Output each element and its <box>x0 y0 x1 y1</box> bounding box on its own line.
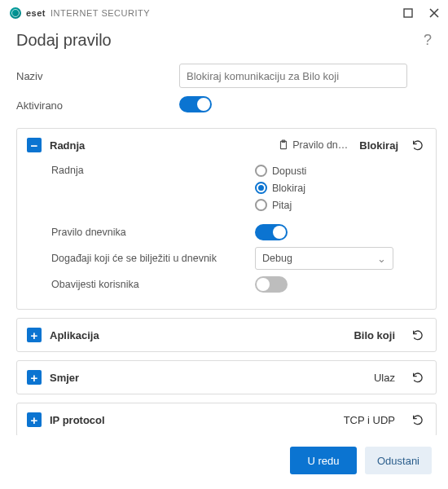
maximize-button[interactable] <box>401 6 415 20</box>
section-direction-title: Smjer <box>50 372 79 384</box>
section-application: + Aplikacija Bilo koji <box>16 318 437 352</box>
section-protocol-value: TCP i UDP <box>344 414 395 426</box>
row-enabled: Aktivirano <box>16 90 437 120</box>
close-button[interactable] <box>427 6 441 20</box>
brand: eset INTERNET SECURITY <box>10 7 150 19</box>
section-action-reset[interactable] <box>410 137 426 153</box>
help-icon[interactable]: ? <box>424 32 432 49</box>
section-action-head[interactable]: − Radnja Pravilo dn… Blokiraj <box>17 129 436 161</box>
section-application-value: Bilo koji <box>354 329 395 341</box>
section-protocol-head[interactable]: + IP protocol TCP i UDP <box>17 403 436 435</box>
section-application-head[interactable]: + Aplikacija Bilo koji <box>17 319 436 351</box>
section-direction: + Smjer Ulaz <box>16 360 437 394</box>
chevron-down-icon: ⌄ <box>377 253 386 265</box>
name-input[interactable] <box>179 64 407 88</box>
radio-allow[interactable]: Dopusti <box>255 165 306 177</box>
footer: U redu Odustani <box>0 435 448 489</box>
section-protocol: + IP protocol TCP i UDP <box>16 403 437 435</box>
ok-button-label: U redu <box>307 455 339 467</box>
radio-block[interactable]: Blokiraj <box>255 182 306 194</box>
log-rule-summary: Pravilo dn… <box>278 139 348 151</box>
log-rule-summary-label: Pravilo dn… <box>292 139 348 151</box>
name-label: Naziv <box>16 70 179 82</box>
notify-toggle[interactable] <box>255 276 288 293</box>
brand-eset: eset <box>26 8 46 18</box>
section-direction-head[interactable]: + Smjer Ulaz <box>17 361 436 394</box>
section-protocol-title: IP protocol <box>50 414 105 426</box>
radio-allow-label: Dopusti <box>272 165 306 177</box>
action-field-label: Radnja <box>51 165 255 176</box>
logrule-toggle[interactable] <box>255 224 288 240</box>
section-application-reset[interactable] <box>410 327 426 343</box>
section-direction-reset[interactable] <box>410 369 426 385</box>
window: eset INTERNET SECURITY Dodaj pravilo ? N… <box>0 0 448 489</box>
cancel-button[interactable]: Odustani <box>365 447 432 474</box>
ok-button[interactable]: U redu <box>290 447 357 474</box>
page-header: Dodaj pravilo ? <box>0 26 448 61</box>
row-name: Naziv <box>16 61 437 90</box>
svg-rect-0 <box>404 9 412 17</box>
enabled-label: Aktivirano <box>16 99 179 112</box>
section-protocol-reset[interactable] <box>410 412 426 428</box>
page-title: Dodaj pravilo <box>16 31 112 50</box>
enabled-toggle[interactable] <box>179 96 212 112</box>
expand-icon[interactable]: + <box>27 412 42 427</box>
radio-block-label: Blokiraj <box>272 183 305 194</box>
events-select[interactable]: Debug ⌄ <box>255 247 393 270</box>
events-label: Događaji koji će se bilježiti u dnevnik <box>51 253 255 264</box>
titlebar: eset INTERNET SECURITY <box>0 0 448 26</box>
expand-icon[interactable]: + <box>27 328 42 342</box>
section-direction-value: Ulaz <box>374 372 395 384</box>
expand-icon[interactable]: + <box>27 370 42 385</box>
brand-logo-icon <box>10 7 21 19</box>
brand-product: INTERNET SECURITY <box>51 8 150 18</box>
collapse-icon[interactable]: − <box>27 138 42 152</box>
content-scroll[interactable]: Naziv Aktivirano − Radnja Pravilo dn… <box>0 61 448 435</box>
events-select-value: Debug <box>262 253 292 264</box>
action-radios: Dopusti Blokiraj Pitaj <box>255 165 306 211</box>
section-action-title: Radnja <box>50 139 85 152</box>
logrule-label: Pravilo dnevnika <box>51 227 255 238</box>
cancel-button-label: Odustani <box>377 455 419 467</box>
section-application-title: Aplikacija <box>50 329 99 341</box>
radio-ask-label: Pitaj <box>272 200 292 211</box>
section-action: − Radnja Pravilo dn… Blokiraj Radnja <box>16 128 437 310</box>
notify-label: Obavijesti korisnika <box>51 279 255 290</box>
action-summary-value: Blokiraj <box>359 139 398 152</box>
section-action-body: Radnja Dopusti Blokiraj Pitaj Pravilo dn… <box>17 161 436 309</box>
radio-ask[interactable]: Pitaj <box>255 199 306 211</box>
